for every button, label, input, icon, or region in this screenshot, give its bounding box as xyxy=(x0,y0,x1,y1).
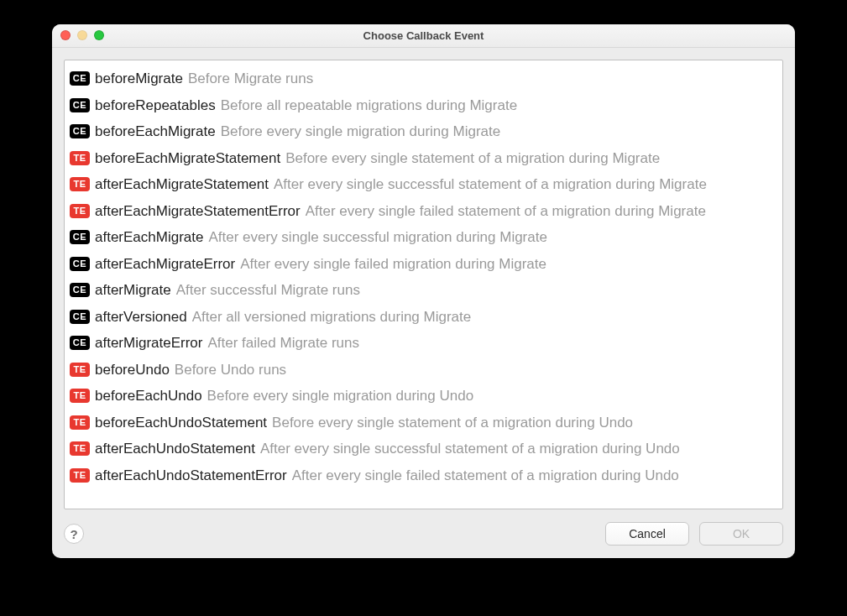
help-button[interactable]: ? xyxy=(64,524,84,544)
list-item[interactable]: CEafterEachMigrateAfter every single suc… xyxy=(70,224,779,251)
close-icon[interactable] xyxy=(60,30,71,40)
list-item[interactable]: CEbeforeEachMigrateBefore every single m… xyxy=(70,118,779,145)
event-name: afterEachMigrateError xyxy=(95,257,235,271)
event-name: afterMigrate xyxy=(95,283,171,297)
event-name: afterEachMigrateStatement xyxy=(95,177,269,191)
dialog-window: Choose Callback Event CEbeforeMigrateBef… xyxy=(52,24,795,558)
event-name: afterEachMigrateStatementError xyxy=(95,204,301,218)
list-item[interactable]: TEafterEachUndoStatementErrorAfter every… xyxy=(70,462,779,489)
cancel-button[interactable]: Cancel xyxy=(605,522,689,546)
ce-badge-icon: CE xyxy=(70,336,90,350)
event-name: beforeMigrate xyxy=(95,71,183,86)
ce-badge-icon: CE xyxy=(70,230,90,244)
event-name: beforeEachMigrate xyxy=(95,124,216,138)
event-name: beforeEachUndoStatement xyxy=(95,415,267,430)
ce-badge-icon: CE xyxy=(70,98,90,112)
event-description: After failed Migrate runs xyxy=(207,336,358,350)
event-name: afterMigrateError xyxy=(95,336,202,350)
event-description: Before Undo runs xyxy=(175,363,286,377)
event-description: After every single successful statement … xyxy=(274,177,707,191)
event-description: After every single failed statement of a… xyxy=(292,468,679,483)
event-description: After successful Migrate runs xyxy=(176,283,360,297)
event-description: After every single failed statement of a… xyxy=(306,204,706,218)
te-badge-icon: TE xyxy=(70,204,90,218)
event-list[interactable]: CEbeforeMigrateBefore Migrate runsCEbefo… xyxy=(65,60,782,509)
dialog-footer: ? Cancel OK xyxy=(52,509,795,558)
event-description: Before every single statement of a migra… xyxy=(272,415,633,430)
event-name: beforeEachMigrateStatement xyxy=(95,151,280,165)
event-name: beforeRepeatables xyxy=(95,98,216,112)
window-title: Choose Callback Event xyxy=(363,29,484,42)
event-name: afterEachUndoStatementError xyxy=(95,468,287,483)
event-description: Before every single migration during Und… xyxy=(207,389,474,403)
event-name: beforeUndo xyxy=(95,363,170,377)
event-description: Before every single statement of a migra… xyxy=(285,151,660,165)
ce-badge-icon: CE xyxy=(70,257,90,271)
event-name: afterVersioned xyxy=(95,310,187,324)
event-description: After every single failed migration duri… xyxy=(240,257,546,271)
list-item[interactable]: CEafterVersionedAfter all versioned migr… xyxy=(70,304,779,331)
event-description: Before Migrate runs xyxy=(188,71,313,86)
te-badge-icon: TE xyxy=(70,468,90,483)
window-controls xyxy=(60,30,104,40)
list-item[interactable]: TEafterEachMigrateStatementErrorAfter ev… xyxy=(70,198,779,225)
list-item[interactable]: TEbeforeEachUndoStatementBefore every si… xyxy=(70,410,779,436)
list-item[interactable]: TEbeforeEachUndoBefore every single migr… xyxy=(70,383,779,410)
te-badge-icon: TE xyxy=(70,389,90,403)
ce-badge-icon: CE xyxy=(70,124,90,138)
list-item[interactable]: CEafterMigrateErrorAfter failed Migrate … xyxy=(70,330,779,357)
list-item[interactable]: CEafterMigrateAfter successful Migrate r… xyxy=(70,277,779,304)
event-description: After every single successful statement … xyxy=(260,441,680,456)
dialog-body: CEbeforeMigrateBefore Migrate runsCEbefo… xyxy=(52,48,795,509)
zoom-icon[interactable] xyxy=(94,30,104,40)
list-item[interactable]: TEafterEachMigrateStatementAfter every s… xyxy=(70,171,779,198)
ce-badge-icon: CE xyxy=(70,283,90,297)
list-item[interactable]: TEbeforeUndoBefore Undo runs xyxy=(70,357,779,384)
ce-badge-icon: CE xyxy=(70,71,90,86)
te-badge-icon: TE xyxy=(70,177,90,191)
list-item[interactable]: TEbeforeEachMigrateStatementBefore every… xyxy=(70,145,779,172)
list-item[interactable]: CEbeforeMigrateBefore Migrate runs xyxy=(70,65,779,92)
event-description: After every single successful migration … xyxy=(208,230,546,244)
event-name: beforeEachUndo xyxy=(95,389,202,403)
event-list-frame: CEbeforeMigrateBefore Migrate runsCEbefo… xyxy=(64,60,783,509)
titlebar: Choose Callback Event xyxy=(52,24,795,48)
event-description: Before every single migration during Mig… xyxy=(221,124,501,138)
event-name: afterEachMigrate xyxy=(95,230,203,244)
event-description: Before all repeatable migrations during … xyxy=(221,98,517,112)
event-description: After all versioned migrations during Mi… xyxy=(192,310,472,324)
ce-badge-icon: CE xyxy=(70,310,90,324)
minimize-icon xyxy=(77,30,87,40)
list-item[interactable]: CEafterEachMigrateErrorAfter every singl… xyxy=(70,251,779,278)
te-badge-icon: TE xyxy=(70,151,90,165)
event-name: afterEachUndoStatement xyxy=(95,441,255,456)
te-badge-icon: TE xyxy=(70,415,90,430)
list-item[interactable]: TEafterEachUndoStatementAfter every sing… xyxy=(70,436,779,462)
te-badge-icon: TE xyxy=(70,441,90,456)
te-badge-icon: TE xyxy=(70,363,90,377)
ok-button: OK xyxy=(699,522,783,546)
list-item[interactable]: CEbeforeRepeatablesBefore all repeatable… xyxy=(70,92,779,119)
